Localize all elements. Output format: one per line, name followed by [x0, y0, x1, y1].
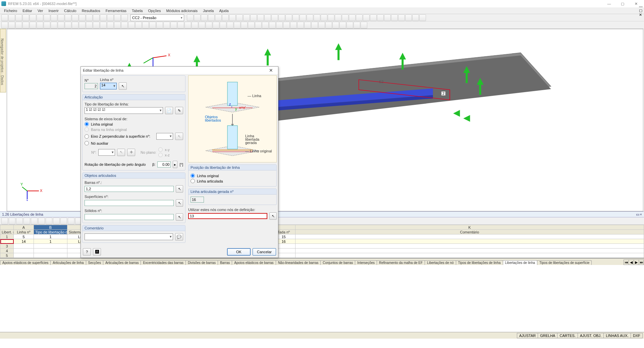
toolbar-button[interactable] — [276, 22, 283, 28]
tipo-new-button[interactable]: 📄 — [165, 107, 173, 114]
toolbar-button[interactable] — [234, 22, 240, 28]
toolbar-button[interactable] — [192, 22, 198, 28]
tab-nav-last[interactable]: ⏭ — [639, 260, 644, 265]
menu-inserir[interactable]: Inserir — [46, 8, 61, 13]
radio-pos-original[interactable]: Linha original — [191, 173, 274, 178]
toolbar-button[interactable] — [22, 22, 29, 28]
table-tab[interactable]: Libertações de linha — [503, 260, 538, 265]
toolbar-button[interactable] — [278, 14, 285, 21]
panel-close-button[interactable]: × — [640, 212, 642, 217]
toolbar-button[interactable] — [58, 22, 64, 28]
toolbar-button[interactable] — [255, 22, 262, 28]
beta-field[interactable] — [157, 161, 171, 167]
menu-calculo[interactable]: Cálculo — [61, 8, 79, 13]
toolbar-button[interactable] — [107, 22, 114, 28]
toolbar-button[interactable] — [201, 14, 208, 21]
table-tab[interactable]: Tipos de libertações de superfície — [537, 260, 592, 265]
toolbar-button[interactable] — [79, 22, 86, 28]
tipo-combo[interactable]: 1 ☑ ☑ ☑ ☑ — [85, 107, 163, 114]
ok-button[interactable]: OK — [227, 248, 251, 256]
table-tab[interactable]: Não-linearidades de barras — [276, 260, 321, 265]
toolbar-button[interactable] — [58, 14, 64, 21]
toolbar-button[interactable] — [318, 22, 325, 28]
toolbar-button[interactable] — [213, 22, 219, 28]
toolbar-button[interactable] — [290, 22, 297, 28]
table-toolbar-button[interactable] — [60, 218, 67, 224]
toolbar-button[interactable] — [65, 22, 71, 28]
toolbar-button[interactable] — [156, 22, 163, 28]
barras-field[interactable] — [85, 186, 174, 192]
radio-pos-articulada[interactable]: Linha articulada — [191, 179, 274, 183]
toolbar-button[interactable] — [271, 14, 278, 21]
toolbar-button[interactable] — [107, 14, 114, 21]
toolbar-button[interactable] — [22, 14, 29, 21]
toolbar-button[interactable] — [269, 22, 276, 28]
pick-superficies-button[interactable]: ↖ — [176, 199, 183, 207]
def-nodes-field[interactable] — [188, 213, 267, 219]
toolbar-button[interactable] — [346, 22, 353, 28]
toolbar-button[interactable] — [236, 14, 243, 21]
toolbar-button[interactable] — [114, 22, 121, 28]
toolbar-button[interactable] — [44, 22, 50, 28]
toolbar-button[interactable] — [163, 22, 170, 28]
status-cartes[interactable]: CARTES. — [557, 333, 578, 338]
toolbar-button[interactable] — [229, 14, 236, 21]
menu-tabela[interactable]: Tabela — [129, 8, 145, 13]
toolbar-button[interactable] — [307, 14, 313, 21]
radio-no-auxiliar[interactable]: Nó auxiliar — [85, 141, 183, 145]
toolbar-button[interactable] — [86, 14, 93, 21]
toolbar-button[interactable] — [227, 22, 233, 28]
minimize-button[interactable]: — — [602, 0, 616, 7]
status-dxf[interactable]: DXF — [631, 333, 643, 338]
mdi-maximize-button[interactable]: ▢ — [639, 8, 643, 13]
toolbar-button[interactable] — [328, 14, 334, 21]
table-toolbar-button[interactable] — [16, 218, 23, 224]
menu-ficheiro[interactable]: Ficheiro — [1, 8, 20, 13]
toolbar-button[interactable] — [208, 14, 215, 21]
toolbar-button[interactable] — [184, 22, 191, 28]
status-linhas-aux[interactable]: LINHAS AUX. — [603, 333, 631, 338]
toolbar-button[interactable] — [93, 14, 100, 21]
table-toolbar-button[interactable] — [38, 218, 45, 224]
toolbar-button[interactable] — [100, 14, 107, 21]
toolbar-button[interactable] — [300, 14, 306, 21]
radio-linha-original[interactable]: Linha original — [85, 122, 183, 126]
toolbar-button[interactable] — [257, 14, 264, 21]
dialog-title-bar[interactable]: Editar libertação de linha ✕ — [81, 67, 278, 74]
toolbar-button[interactable] — [194, 14, 201, 21]
menu-resultados[interactable]: Resultados — [79, 8, 103, 13]
toolbar-button[interactable] — [100, 22, 107, 28]
toolbar-button[interactable] — [135, 22, 142, 28]
details-button[interactable]: 🅰 — [93, 248, 101, 256]
menu-janela[interactable]: Janela — [200, 8, 216, 13]
toolbar-button[interactable] — [142, 22, 149, 28]
toolbar-button[interactable] — [15, 14, 22, 21]
no-field[interactable] — [85, 83, 98, 89]
toolbar-button[interactable] — [65, 14, 71, 21]
toolbar-button[interactable] — [8, 22, 15, 28]
linha-no-combo[interactable]: 14 — [100, 83, 117, 89]
toolbar-button[interactable] — [1, 22, 8, 28]
toolbar-button[interactable] — [121, 22, 128, 28]
toolbar-button[interactable] — [262, 22, 269, 28]
table-tab[interactable]: Tipos de libertações de linha — [456, 260, 503, 265]
pick-def-nodes-button[interactable]: ↖ — [269, 212, 277, 220]
toolbar-button[interactable] — [321, 14, 327, 21]
maximize-button[interactable]: ▢ — [616, 0, 629, 7]
toolbar-button[interactable] — [222, 14, 229, 21]
toolbar-button[interactable] — [51, 22, 57, 28]
table-toolbar-button[interactable] — [31, 218, 38, 224]
menu-ferramentas[interactable]: Ferramentas — [103, 8, 129, 13]
solidos-field[interactable] — [85, 214, 174, 220]
toolbar-button[interactable] — [297, 22, 304, 28]
pick-barras-button[interactable]: ↖ — [176, 185, 183, 193]
tab-nav-first[interactable]: ⏮ — [624, 260, 629, 265]
comentario-button[interactable]: 💬 — [175, 233, 183, 240]
table-toolbar-button[interactable] — [1, 218, 8, 224]
toolbar-button[interactable] — [72, 14, 78, 21]
toolbar-button[interactable] — [86, 22, 93, 28]
mdi-minimize-button[interactable]: — — [639, 4, 643, 8]
toolbar-button[interactable] — [314, 14, 320, 21]
toolbar-button[interactable] — [1, 14, 8, 21]
panel-pin-button[interactable]: ▭ — [636, 212, 639, 217]
